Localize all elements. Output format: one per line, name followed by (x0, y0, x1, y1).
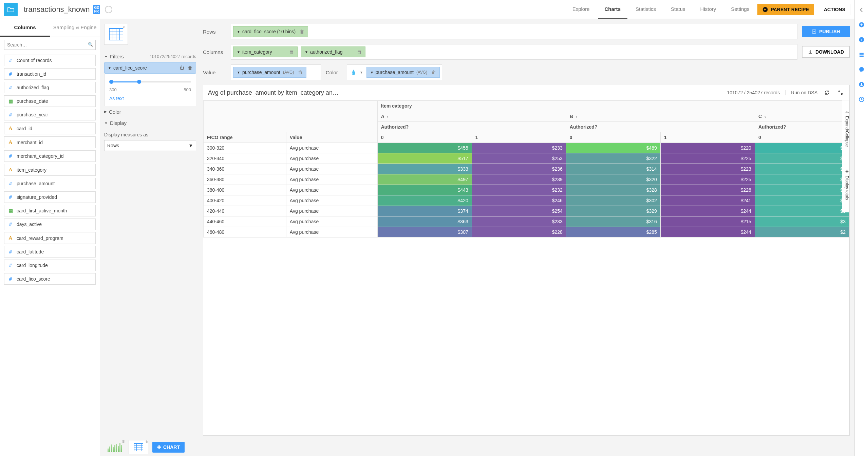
range-slider[interactable] (109, 78, 191, 85)
refresh-icon[interactable] (823, 89, 831, 97)
value-dropzone[interactable]: ▼purchase_amount(AVG)🗑 (231, 64, 321, 80)
column-item[interactable]: #merchant_category_id (4, 150, 96, 162)
display-totals-tab[interactable]: ✚Display totals (842, 155, 849, 212)
triangle-down-icon: ▼ (370, 71, 374, 74)
trash-icon[interactable]: 🗑 (289, 49, 294, 55)
search-input[interactable] (4, 40, 96, 50)
category-header[interactable]: C ‹ (755, 111, 849, 122)
num-type-icon: # (8, 194, 13, 200)
column-name: merchant_id (17, 140, 43, 145)
column-item[interactable]: #purchase_year (4, 109, 96, 120)
as-text-link[interactable]: As text (109, 96, 191, 101)
column-item[interactable]: Amerchant_id (4, 136, 96, 148)
column-item[interactable]: ▦purchase_date (4, 95, 96, 107)
table-row: 440-460Avg purchase$363$233$316$215$3 (204, 216, 849, 227)
chart-type-selector[interactable]: ▼ (104, 24, 128, 45)
back-arrow-icon[interactable] (858, 7, 865, 13)
value-label-cell: Avg purchase (286, 143, 377, 153)
gdpr-badge[interactable]: GD PR (93, 5, 100, 14)
data-cell: $329 (566, 206, 660, 216)
category-header[interactable]: B ‹ (566, 111, 755, 122)
category-header[interactable]: A ‹ (377, 111, 566, 122)
value-label-cell: Avg purchase (286, 195, 377, 206)
filters-section-header[interactable]: ▼ Filters 101072/254027 records (104, 51, 196, 62)
data-cell: $4 (755, 143, 849, 153)
column-item[interactable]: #Count of records (4, 55, 96, 66)
text-type-icon: A (8, 235, 13, 241)
data-cell: $517 (377, 153, 472, 164)
column-item[interactable]: #card_latitude (4, 246, 96, 258)
auth-val: 1 (660, 132, 755, 143)
dataset-icon[interactable] (4, 3, 18, 16)
chip-rows-fico[interactable]: ▼card_fico_score (10 bins)🗑 (233, 26, 308, 37)
chevron-left-icon: ‹ (765, 114, 766, 119)
nav-status[interactable]: Status (664, 0, 692, 19)
comment-icon[interactable] (858, 66, 865, 73)
data-cell: $320 (566, 174, 660, 185)
color-section-header[interactable]: ▶Color (104, 106, 196, 117)
filter-body: 300500 As text (104, 74, 196, 106)
rows-dropzone[interactable]: ▼card_fico_score (10 bins)🗑 (231, 24, 797, 39)
tab-columns[interactable]: Columns (0, 19, 50, 37)
chip-value[interactable]: ▼purchase_amount(AVG)🗑 (233, 67, 306, 78)
clock-icon[interactable] (858, 96, 865, 102)
data-cell: $254 (472, 206, 566, 216)
expand-icon[interactable] (836, 89, 845, 97)
filter-chip-fico[interactable]: ▼ card_fico_score ⏻ 🗑 (104, 62, 196, 74)
publish-button[interactable]: PUBLISH (802, 26, 850, 37)
trash-icon[interactable]: 🗑 (300, 29, 304, 34)
power-icon[interactable]: ⏻ (180, 65, 184, 71)
chart-tab-1[interactable]: 🗑 (105, 440, 125, 454)
nav-history[interactable]: History (694, 0, 723, 19)
trash-icon[interactable]: 🗑 (431, 70, 436, 75)
display-measures-select[interactable]: Rows▼ (104, 140, 196, 151)
chip-col-auth[interactable]: ▼authorized_flag🗑 (301, 46, 365, 57)
trash-icon[interactable]: 🗑 (188, 65, 192, 71)
nav-settings[interactable]: Settings (724, 0, 756, 19)
triangle-right-icon: ▶ (104, 110, 107, 113)
column-item[interactable]: #signature_provided (4, 191, 96, 203)
chip-color[interactable]: ▼purchase_amount(AVG)🗑 (366, 67, 440, 78)
column-item[interactable]: Aitem_category (4, 164, 96, 176)
trash-icon[interactable]: 🗑 (145, 440, 149, 443)
parent-recipe-button[interactable]: PARENT RECIPE (757, 4, 814, 15)
info-icon[interactable]: i (858, 37, 865, 43)
column-item[interactable]: #card_longitude (4, 260, 96, 271)
column-item[interactable]: #authorized_flag (4, 82, 96, 93)
triangle-down-icon: ▼ (237, 71, 240, 74)
nav-explore[interactable]: Explore (566, 0, 597, 19)
trash-icon[interactable]: 🗑 (357, 49, 362, 55)
chart-engine[interactable]: Run on DSS (785, 90, 817, 95)
add-circle-icon[interactable] (858, 22, 865, 28)
color-dropzone[interactable]: 💧 ▼ ▼purchase_amount(AVG)🗑 (347, 64, 442, 80)
columns-dropzone[interactable]: ▼item_category🗑 ▼authorized_flag🗑 (231, 44, 797, 60)
top-nav: Explore Charts Statistics Status History… (566, 0, 850, 19)
nav-statistics[interactable]: Statistics (629, 0, 663, 19)
chip-col-item[interactable]: ▼item_category🗑 (233, 46, 298, 57)
compass-icon[interactable] (105, 6, 112, 13)
data-cell: $497 (377, 174, 472, 185)
download-button[interactable]: DOWNLOAD (802, 46, 850, 58)
column-item[interactable]: #purchase_amount (4, 178, 96, 189)
column-item[interactable]: Acard_id (4, 122, 96, 134)
layers-icon[interactable] (858, 52, 865, 58)
column-item[interactable]: #days_active (4, 218, 96, 230)
trash-icon[interactable]: 🗑 (122, 439, 125, 443)
lab-icon[interactable] (858, 81, 865, 88)
expand-collapse-tab[interactable]: ⇕Expand/Collapse (842, 100, 849, 155)
data-cell: $3 (755, 216, 849, 227)
actions-button[interactable]: ACTIONS (819, 4, 850, 15)
column-item[interactable]: ▦card_first_active_month (4, 205, 96, 216)
trash-icon[interactable]: 🗑 (298, 70, 303, 75)
add-chart-button[interactable]: ✚CHART (152, 442, 185, 453)
auth-val: 0 (755, 132, 849, 143)
column-item[interactable]: #card_fico_score (4, 273, 96, 285)
tab-sampling[interactable]: Sampling & Engine (50, 19, 100, 37)
data-cell: $455 (377, 143, 472, 153)
column-item[interactable]: #transaction_id (4, 68, 96, 80)
data-cell: $307 (377, 227, 472, 238)
chart-tab-2[interactable]: 🗑 (129, 440, 148, 454)
display-section-header[interactable]: ▼Display (104, 117, 196, 129)
column-item[interactable]: Acard_reward_program (4, 232, 96, 244)
nav-charts[interactable]: Charts (598, 0, 628, 19)
